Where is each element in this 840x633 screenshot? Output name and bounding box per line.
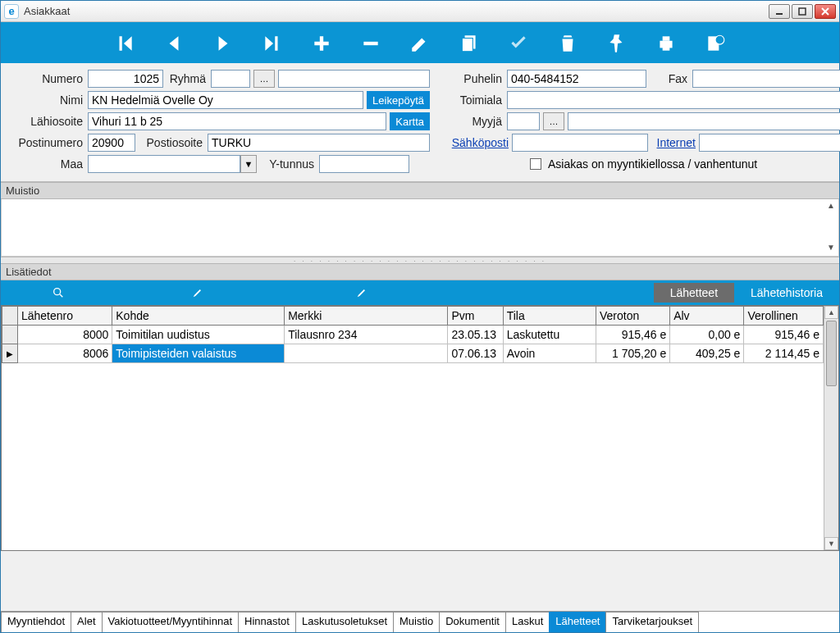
nimi-input[interactable] xyxy=(88,91,363,109)
bottom-tab-alet[interactable]: Alet xyxy=(71,612,102,632)
cell-lahetenro[interactable]: 8006 xyxy=(17,344,112,363)
ryhma-name-input[interactable] xyxy=(278,70,430,88)
first-icon[interactable] xyxy=(112,31,137,56)
svg-point-9 xyxy=(715,35,724,44)
brush1-icon[interactable] xyxy=(116,280,280,304)
myyntikielto-checkbox[interactable] xyxy=(530,158,541,170)
col-verollinen[interactable]: Verollinen xyxy=(744,307,824,326)
last-icon[interactable] xyxy=(260,31,285,56)
cell-veroton[interactable]: 915,46 e xyxy=(596,326,669,344)
bottom-tab-hinnastot[interactable]: Hinnastot xyxy=(238,612,296,632)
ytunnus-input[interactable] xyxy=(319,155,409,173)
col-merkki[interactable]: Merkki xyxy=(285,307,448,326)
tab-lahetteet[interactable]: Lähetteet xyxy=(654,283,734,303)
scroll-thumb[interactable] xyxy=(826,321,837,386)
customer-form: Numero Ryhmä … Nimi Leikepöytä Lähiosoit… xyxy=(1,63,839,182)
col-kohde[interactable]: Kohde xyxy=(112,307,285,326)
cell-veroton[interactable]: 1 705,20 e xyxy=(596,344,669,363)
prev-icon[interactable] xyxy=(162,31,186,56)
scroll-up-icon[interactable]: ▲ xyxy=(824,306,838,319)
bottom-tab-laskut[interactable]: Laskut xyxy=(505,612,550,632)
minimize-button[interactable] xyxy=(769,4,790,19)
grid-scrollbar[interactable]: ▲ ▼ xyxy=(824,306,838,550)
col-alv[interactable]: Alv xyxy=(670,307,744,326)
maximize-button[interactable] xyxy=(792,4,813,19)
svg-point-10 xyxy=(54,288,61,294)
cell-lahetenro[interactable]: 8000 xyxy=(17,326,112,344)
postiosoite-input[interactable] xyxy=(208,134,430,152)
bottom-tab-tarviketarjoukset[interactable]: Tarviketarjoukset xyxy=(605,612,699,632)
cell-alv[interactable]: 409,25 e xyxy=(670,344,744,363)
leikepoyta-button[interactable]: Leikepöytä xyxy=(367,91,430,109)
cell-verollinen[interactable]: 2 114,45 e xyxy=(744,344,824,363)
next-icon[interactable] xyxy=(211,31,235,56)
maa-dropdown-button[interactable]: ▼ xyxy=(240,155,257,173)
scroll-down-icon[interactable]: ▼ xyxy=(824,537,838,550)
minus-icon[interactable] xyxy=(358,31,383,56)
ryhma-lookup-button[interactable]: … xyxy=(253,70,275,88)
copy-icon[interactable] xyxy=(457,31,482,56)
myyja-lookup-button[interactable]: … xyxy=(543,112,564,130)
sahkoposti-input[interactable] xyxy=(512,134,648,152)
flashlight-icon[interactable] xyxy=(605,31,629,56)
bottom-tab-laskutusoletukset[interactable]: Laskutusoletukset xyxy=(295,612,394,632)
cell-kohde[interactable]: Toimitilan uudistus xyxy=(112,326,285,344)
bottom-tab-vakiotuotteet-myyntihinnat[interactable]: Vakiotuotteet/Myyntihinnat xyxy=(102,612,240,632)
ryhma-input[interactable] xyxy=(211,70,250,88)
postiosoite-label: Postiosoite xyxy=(139,136,204,149)
lahiosoite-input[interactable] xyxy=(88,112,386,130)
col-lahetenro[interactable]: Lähetenro xyxy=(17,307,112,326)
splitter-handle[interactable]: · · · · · · · · · · · · · · · · · · · · … xyxy=(1,257,839,263)
bottom-tab-muistio[interactable]: Muistio xyxy=(393,612,440,632)
kartta-button[interactable]: Kartta xyxy=(390,112,430,130)
postinumero-input[interactable] xyxy=(88,134,135,152)
myyja-name-input[interactable] xyxy=(568,112,840,130)
puhelin-input[interactable] xyxy=(507,70,646,88)
brush2-icon[interactable] xyxy=(280,280,444,304)
scroll-down-icon[interactable]: ▼ xyxy=(825,243,837,254)
close-button[interactable] xyxy=(815,4,836,19)
edit-icon[interactable] xyxy=(408,31,432,56)
col-pvm[interactable]: Pvm xyxy=(448,307,503,326)
cell-verollinen[interactable]: 915,46 e xyxy=(744,326,824,344)
cell-kohde-selected[interactable]: Toimipisteiden valaistus xyxy=(112,344,285,363)
internet-input[interactable] xyxy=(699,134,840,152)
maa-input[interactable] xyxy=(88,155,240,173)
muistio-textarea[interactable]: ▲ ▼ xyxy=(1,199,839,257)
fax-input[interactable] xyxy=(692,70,840,88)
toimiala-input[interactable] xyxy=(507,91,840,109)
cell-alv[interactable]: 0,00 e xyxy=(670,326,744,344)
table-row[interactable]: 8000 Toimitilan uudistus Tilausnro 234 2… xyxy=(2,326,824,344)
sahkoposti-link[interactable]: Sähköposti xyxy=(446,136,509,149)
table-row[interactable]: ▶ 8006 Toimipisteiden valaistus 07.06.13… xyxy=(2,344,824,363)
window-controls xyxy=(769,4,836,19)
cell-tila[interactable]: Avoin xyxy=(503,344,596,363)
cell-pvm[interactable]: 23.05.13 xyxy=(448,326,503,344)
cell-pvm[interactable]: 07.06.13 xyxy=(448,344,503,363)
plus-icon[interactable] xyxy=(309,31,334,56)
tab-lahetehistoria[interactable]: Lähetehistoria xyxy=(734,283,839,303)
numero-input[interactable] xyxy=(88,70,163,88)
window-title: Asiakkaat xyxy=(24,5,70,17)
check-icon[interactable] xyxy=(506,31,531,56)
export-icon[interactable] xyxy=(703,31,728,56)
internet-link[interactable]: Internet xyxy=(651,136,696,149)
trash-icon[interactable] xyxy=(555,31,580,56)
myyja-input[interactable] xyxy=(507,112,540,130)
svg-rect-4 xyxy=(462,38,472,51)
cell-merkki[interactable] xyxy=(285,344,448,363)
col-tila[interactable]: Tila xyxy=(503,307,596,326)
bottom-tab-dokumentit[interactable]: Dokumentit xyxy=(439,612,506,632)
cell-merkki[interactable]: Tilausnro 234 xyxy=(285,326,448,344)
search-icon[interactable] xyxy=(1,280,116,304)
bottom-tab-myyntiehdot[interactable]: Myyntiehdot xyxy=(1,612,71,632)
cell-tila[interactable]: Laskutettu xyxy=(503,326,596,344)
myyntikielto-label: Asiakas on myyntikiellossa / vanhentunut xyxy=(548,157,757,171)
col-veroton[interactable]: Veroton xyxy=(596,307,669,326)
titlebar: e Asiakkaat xyxy=(1,1,839,22)
print-icon[interactable] xyxy=(654,31,678,56)
ryhma-label: Ryhmä xyxy=(167,72,208,85)
lahiosoite-label: Lähiosoite xyxy=(6,115,84,128)
scroll-up-icon[interactable]: ▲ xyxy=(825,201,837,212)
bottom-tab-l-hetteet[interactable]: Lähetteet xyxy=(549,612,606,632)
